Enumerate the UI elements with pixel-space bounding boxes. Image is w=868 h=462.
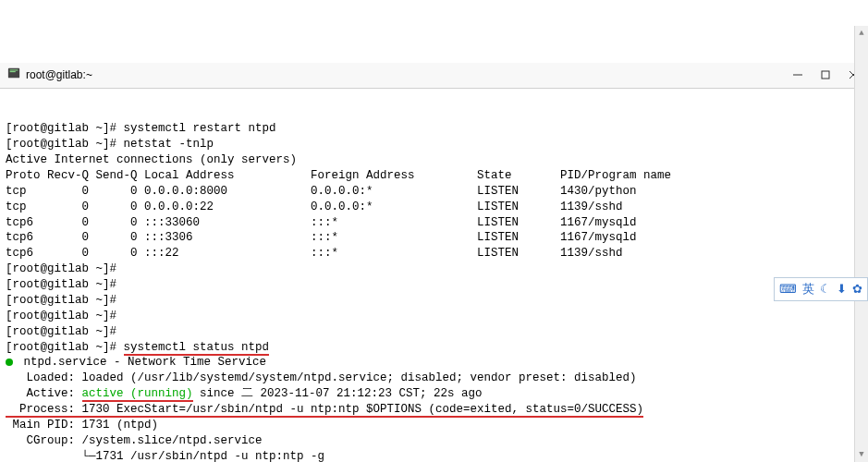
ime-toolbar: ⌨ 英 ☾ ⬇ ✿ (774, 277, 868, 301)
status-active-prefix: Active: (6, 387, 82, 400)
cmd-netstat: netstat -tnlp (124, 138, 214, 151)
prompt: [root@gitlab ~]# (6, 325, 116, 338)
vertical-scrollbar[interactable]: ▲ ▼ (854, 26, 868, 462)
prompt: [root@gitlab ~]# (6, 122, 116, 135)
svg-rect-4 (822, 71, 829, 79)
status-mainpid: Main PID: 1731 (ntpd) (6, 419, 158, 432)
scroll-up-icon[interactable]: ▲ (855, 26, 868, 41)
download-icon[interactable]: ⬇ (837, 281, 847, 298)
prompt: [root@gitlab ~]# (6, 138, 116, 151)
netstat-row: tcp6 0 0 :::3306 :::* LISTEN 1167/mysqld (6, 231, 637, 244)
status-service: ntpd.service - Network Time Service (17, 356, 266, 369)
svg-rect-2 (10, 71, 16, 72)
maximize-button[interactable] (818, 67, 833, 82)
moon-icon[interactable]: ☾ (820, 281, 831, 298)
window-title: root@gitlab:~ (26, 67, 92, 82)
netstat-row: tcp 0 0 0.0.0.0:22 0.0.0.0:* LISTEN 1139… (6, 201, 623, 213)
prompt: [root@gitlab ~]# (6, 262, 116, 275)
netstat-row: tcp6 0 0 :::22 :::* LISTEN 1139/sshd (6, 247, 623, 260)
prompt: [root@gitlab ~]# (6, 294, 116, 307)
netstat-header: Active Internet connections (only server… (6, 153, 297, 166)
ime-keyboard-icon[interactable]: ⌨ (779, 281, 797, 298)
svg-rect-1 (10, 69, 18, 70)
active-bullet-icon (6, 359, 13, 366)
status-cgroup-child: └─1731 /usr/sbin/ntpd -u ntp:ntp -g (6, 450, 324, 462)
ime-lang-label[interactable]: 英 (802, 281, 814, 298)
netstat-row: tcp6 0 0 :::33060 :::* LISTEN 1167/mysql… (6, 216, 637, 229)
window-titlebar: root@gitlab:~ (0, 63, 868, 89)
status-loaded: Loaded: loaded (/usr/lib/systemd/system/… (6, 371, 637, 384)
prompt: [root@gitlab ~]# (6, 310, 116, 322)
prompt: [root@gitlab ~]# (6, 278, 116, 291)
minimize-button[interactable] (790, 67, 805, 82)
prompt: [root@gitlab ~]# (6, 341, 116, 354)
app-icon (7, 67, 20, 83)
svg-rect-0 (8, 68, 19, 79)
scroll-down-icon[interactable]: ▼ (855, 447, 868, 462)
netstat-row: tcp 0 0 0.0.0.0:8000 0.0.0.0:* LISTEN 14… (6, 185, 637, 198)
netstat-columns: Proto Recv-Q Send-Q Local Address Foreig… (6, 169, 671, 182)
status-process: Process: 1730 ExecStart=/usr/sbin/ntpd -… (6, 403, 643, 418)
status-cgroup: CGroup: /system.slice/ntpd.service (6, 434, 263, 447)
terminal-output[interactable]: [root@gitlab ~]# systemctl restart ntpd … (0, 119, 868, 462)
cmd-status: systemctl status ntpd (124, 341, 270, 356)
gear-icon[interactable]: ✿ (852, 281, 862, 298)
status-active-suffix: since 二 2023-11-07 21:12:23 CST; 22s ago (193, 387, 483, 400)
status-active-state: active (running) (82, 387, 193, 402)
cmd-restart: systemctl restart ntpd (124, 122, 276, 135)
